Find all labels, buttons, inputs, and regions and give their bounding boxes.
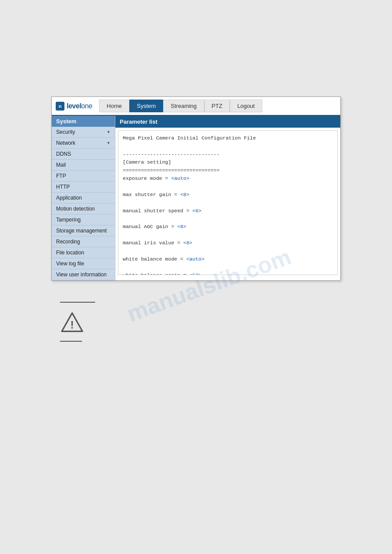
parameter-list[interactable]: Mega Pixel Camera Initial Configuration … bbox=[118, 130, 338, 275]
tab-streaming[interactable]: Streaming bbox=[163, 100, 204, 112]
svg-text:n: n bbox=[59, 104, 62, 109]
sidebar-item-storage-management[interactable]: Storage management bbox=[52, 225, 115, 236]
sidebar-item-recording[interactable]: Recording bbox=[52, 236, 115, 247]
header: n levelone Home System Streaming PTZ Log… bbox=[52, 97, 340, 116]
sidebar-item-view-log[interactable]: View log file bbox=[52, 258, 115, 269]
sidebar-item-motion-detection[interactable]: Motion detection bbox=[52, 204, 115, 214]
sidebar-item-tampering[interactable]: Tampering bbox=[52, 214, 115, 225]
levelone-logo-icon: n bbox=[55, 101, 65, 111]
tab-home[interactable]: Home bbox=[99, 100, 129, 112]
tab-system[interactable]: System bbox=[129, 100, 163, 112]
svg-text:!: ! bbox=[71, 319, 74, 331]
content-panel: Parameter list Mega Pixel Camera Initial… bbox=[115, 116, 340, 280]
panel-title: Parameter list bbox=[115, 116, 340, 128]
sidebar-item-security[interactable]: Security bbox=[52, 127, 115, 138]
tab-logout[interactable]: Logout bbox=[230, 100, 262, 112]
bottom-section: ! bbox=[51, 298, 341, 349]
sidebar-item-http[interactable]: HTTP bbox=[52, 182, 115, 193]
sidebar-item-mail[interactable]: Mail bbox=[52, 160, 115, 171]
sidebar-item-ftp[interactable]: FTP bbox=[52, 171, 115, 182]
bottom-divider2 bbox=[60, 341, 82, 342]
sidebar-item-ddns[interactable]: DDNS bbox=[52, 149, 115, 160]
sidebar: System Security Network DDNS Mail FTP HT… bbox=[52, 116, 115, 280]
sidebar-item-file-location[interactable]: File location bbox=[52, 247, 115, 258]
tab-ptz[interactable]: PTZ bbox=[204, 100, 230, 112]
logo-text: levelone bbox=[67, 102, 92, 110]
bottom-divider bbox=[60, 302, 95, 303]
warning-icon-area: ! bbox=[60, 311, 332, 335]
main-content: System Security Network DDNS Mail FTP HT… bbox=[52, 116, 340, 280]
sidebar-item-application[interactable]: Application bbox=[52, 193, 115, 204]
camera-ui: n levelone Home System Streaming PTZ Log… bbox=[51, 97, 341, 281]
logo: n levelone bbox=[55, 101, 92, 111]
sidebar-item-network[interactable]: Network bbox=[52, 138, 115, 149]
nav-tabs: Home System Streaming PTZ Logout bbox=[99, 100, 337, 112]
sidebar-item-view-user-info[interactable]: View user information bbox=[52, 269, 115, 280]
warning-icon: ! bbox=[60, 311, 84, 333]
sidebar-section-system: System bbox=[52, 116, 115, 127]
